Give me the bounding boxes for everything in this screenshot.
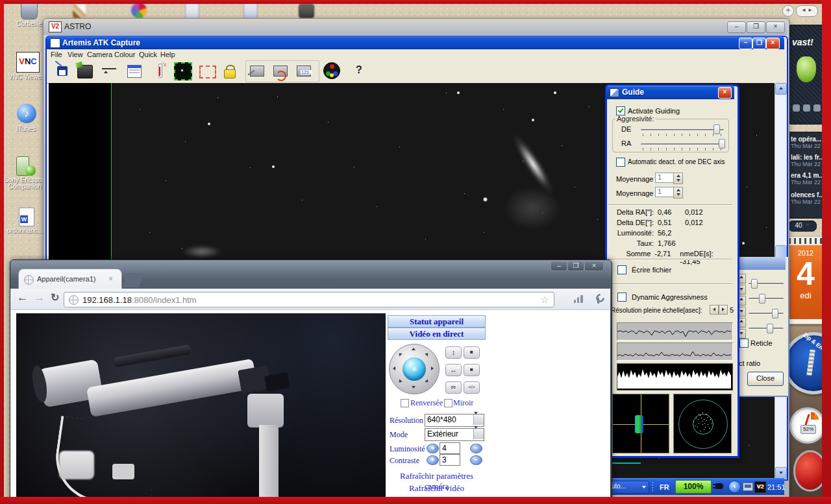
desktop-shortcut-icon[interactable] (185, 3, 199, 19)
feed-item[interactable]: te opéra... Thu Mar 22 (791, 136, 821, 149)
brightness-field[interactable]: 4 (440, 442, 460, 454)
facebook-icon[interactable] (803, 104, 810, 112)
ptz-center-button[interactable]: ✳ (403, 357, 426, 381)
moyennage-de-field[interactable]: 1 (655, 173, 674, 183)
display-counter-button[interactable]: 123.. (294, 62, 314, 81)
feed-item[interactable]: lali: les fr... Thu Mar 22 (791, 154, 825, 167)
vnc-close-button[interactable]: × (766, 21, 785, 33)
picasa-icon[interactable] (131, 3, 147, 18)
ptz-upright-arrow[interactable] (425, 352, 429, 356)
mirror-checkbox[interactable] (444, 399, 453, 407)
vnc-tray-icon[interactable]: V2 (754, 481, 766, 493)
flip-checkbox[interactable] (401, 399, 409, 407)
vertical-flip-button[interactable]: ↕ (445, 346, 462, 359)
brightness-minus-button[interactable]: − (470, 444, 482, 453)
wrench-icon[interactable] (593, 293, 602, 304)
reticle-dialog-titlebar[interactable] (734, 257, 786, 270)
dynamic-aggressivness-checkbox[interactable] (617, 293, 626, 302)
feed-item[interactable]: era 4,1 m... Thu Mar 22 (791, 172, 825, 186)
guide-titlebar[interactable]: Guide × (606, 86, 734, 99)
dropdown-button[interactable] (473, 414, 484, 425)
reticle-checkbox[interactable] (739, 339, 749, 348)
brightness-plus-button[interactable]: + (427, 444, 439, 453)
stop-button-2[interactable]: ■ (464, 364, 480, 376)
live-video-header-link[interactable]: Vidéo en direct (388, 328, 486, 340)
guide-close-button[interactable]: × (718, 87, 732, 99)
back-button[interactable]: ← (17, 291, 28, 304)
stop-button[interactable]: ■ (464, 346, 480, 359)
desktop-shortcut-icon[interactable] (243, 3, 258, 19)
de-slider-track[interactable] (641, 129, 724, 131)
avast-gadget[interactable]: vast! (788, 25, 825, 125)
capture-button[interactable] (75, 62, 95, 81)
language-indicator[interactable]: FR (660, 483, 669, 491)
display-loop-button[interactable] (271, 62, 290, 81)
sensor-target-button[interactable] (173, 61, 192, 80)
menu-camera[interactable]: Camera (87, 51, 112, 58)
de-slider-thumb[interactable] (713, 125, 720, 134)
scroll-down-button[interactable] (775, 467, 787, 479)
clock[interactable]: 21:51 (767, 483, 786, 491)
menu-view[interactable]: View (68, 51, 83, 58)
desktop-shortcut-icon[interactable] (299, 4, 314, 18)
omnibox[interactable]: 192.168.1.18:8080/index1.htm ☆ (64, 292, 554, 307)
subframe-button[interactable] (197, 62, 217, 82)
gadget-next-icon[interactable]: ► (808, 7, 813, 13)
rss-icon[interactable] (813, 104, 821, 112)
artemis-maximize-button[interactable]: ❐ (752, 38, 766, 49)
resolution-increase-button[interactable] (719, 305, 728, 315)
ptz-joystick[interactable]: ✳ (389, 344, 440, 394)
browser-tab[interactable]: Appareil(camera1) × (18, 269, 122, 289)
slider-2-track[interactable] (749, 298, 784, 300)
gadget-pager[interactable]: ◄ ► (796, 5, 818, 17)
contrast-plus-button[interactable]: + (427, 455, 439, 465)
feed-item[interactable]: olences f... Thu Mar 22 (791, 191, 825, 205)
temperature-button[interactable]: °c (151, 62, 170, 81)
tray-collapse-button[interactable]: ‹ (728, 481, 741, 493)
vnc-maximize-button[interactable]: ❐ (747, 21, 765, 33)
tab-close-icon[interactable]: × (108, 274, 113, 283)
display-1-button[interactable] (247, 62, 267, 81)
activate-guiding-checkbox[interactable] (616, 106, 625, 115)
ra-slider-thumb[interactable] (719, 139, 725, 149)
mode-select[interactable]: Extérieur (425, 428, 484, 441)
help-button[interactable]: ? (349, 62, 369, 81)
moyennage-de-spinner[interactable] (673, 173, 683, 184)
artemis-close-button[interactable]: × (766, 38, 780, 49)
vnc-titlebar[interactable]: V2 ASTRO – ❐ × (43, 19, 788, 35)
twitter-icon[interactable] (793, 104, 800, 112)
slider-4-track[interactable] (749, 328, 784, 330)
slider-4-thumb[interactable] (767, 324, 773, 333)
status-header-link[interactable]: Statut appareil (388, 315, 486, 328)
cpu-gauge-gadget[interactable]: 52% (789, 407, 823, 444)
reload-button[interactable]: ↻ (51, 291, 59, 304)
feed-count-dropdown[interactable]: 40 (788, 221, 817, 232)
slider-1-thumb[interactable] (751, 279, 758, 289)
moyennage-ra-field[interactable]: 1 (655, 187, 674, 197)
level-adjust-button[interactable] (100, 62, 119, 81)
slider-2-thumb[interactable] (759, 294, 765, 304)
menu-colour[interactable]: Colour (114, 51, 135, 58)
display-settings-button[interactable] (125, 62, 144, 81)
resolution-select[interactable]: 640*480 (425, 414, 484, 427)
lock-button[interactable] (221, 62, 240, 81)
moyennage-ra-spinner[interactable] (673, 187, 683, 198)
ra-slider-track[interactable] (641, 143, 724, 145)
io-button[interactable]: </> (464, 381, 480, 394)
close-button[interactable]: Close (747, 372, 784, 386)
scroll-up-button[interactable] (775, 83, 787, 95)
menu-help[interactable]: Help (160, 51, 175, 58)
ptz-upleft-arrow[interactable] (397, 352, 402, 356)
network-tray-icon[interactable] (743, 483, 753, 491)
ptz-down-arrow[interactable] (412, 386, 416, 389)
menu-quick[interactable]: Quick (139, 51, 157, 58)
auto-deact-checkbox[interactable] (616, 158, 625, 167)
ptz-downleft-arrow[interactable] (397, 379, 402, 383)
browser-maximize-button[interactable]: ❐ (567, 261, 584, 271)
desktop-shortcut-icon[interactable] (73, 4, 86, 18)
menu-file[interactable]: File (51, 51, 62, 58)
colour-wheel-button[interactable] (322, 61, 341, 80)
resolution-decrease-button[interactable] (710, 305, 719, 315)
save-button[interactable] (53, 62, 73, 81)
artemis-titlebar[interactable]: Artemis ATK Capture – ❐ × (47, 36, 784, 49)
